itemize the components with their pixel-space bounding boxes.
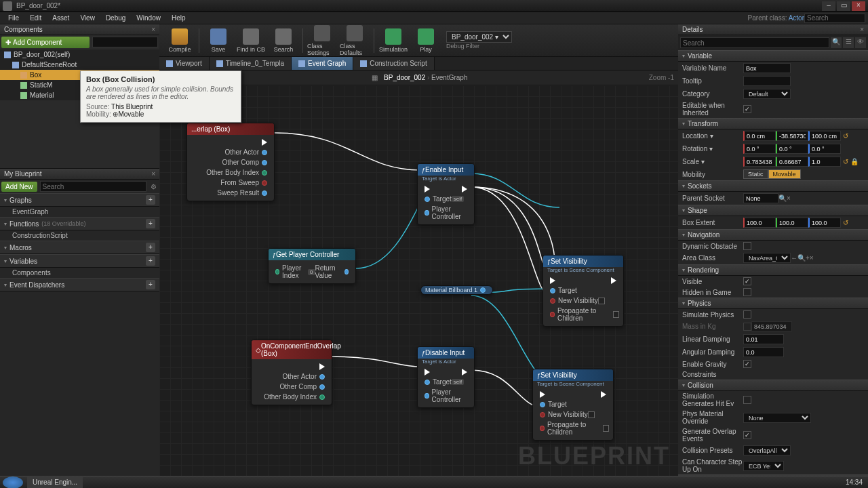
cat-macros[interactable]: Macros+ — [0, 241, 159, 254]
nav-clear-icon[interactable]: × — [810, 254, 814, 262]
scale-z[interactable] — [808, 157, 841, 167]
tab-construction[interactable]: Construction Script — [353, 57, 434, 70]
section-sockets[interactable]: Sockets — [678, 180, 868, 192]
reset-loc-icon[interactable]: ↺ — [843, 132, 848, 140]
menu-help[interactable]: Help — [166, 14, 191, 22]
item-eventgraph[interactable]: EventGraph — [0, 207, 159, 217]
search-options-icon[interactable]: ⚙ — [148, 183, 159, 190]
area-class-dropdown[interactable]: NavArea_Obstacle — [743, 253, 791, 263]
compile-button[interactable]: Compile — [163, 27, 196, 54]
tab-timeline[interactable]: Timeline_0_Templa — [210, 57, 292, 70]
checkbox-prop-1[interactable] — [613, 311, 619, 318]
add-variable-icon[interactable]: + — [146, 256, 155, 266]
cat-dispatchers[interactable]: Event Dispatchers+ — [0, 278, 159, 291]
rot-x[interactable] — [743, 144, 776, 154]
simgen-checkbox[interactable] — [743, 396, 751, 404]
class-settings-button[interactable]: Class Settings — [306, 24, 338, 58]
section-navigation[interactable]: Navigation — [678, 229, 868, 241]
node-enable-input[interactable]: ƒ Enable Input Target is Actor Target se… — [417, 163, 475, 225]
add-new-button[interactable]: Add New — [1, 182, 37, 192]
filter-icon[interactable]: ☰ — [843, 37, 854, 48]
reset-scale-icon[interactable]: ↺ — [843, 158, 848, 165]
menu-edit[interactable]: Edit — [24, 14, 47, 22]
ldamp-input[interactable] — [743, 334, 784, 344]
section-physics[interactable]: Physics — [678, 298, 868, 309]
checkbox-newvis-1[interactable] — [598, 298, 605, 304]
mobility-static[interactable]: Static — [743, 169, 768, 179]
tree-item-self[interactable]: BP_door_002(self) — [0, 49, 159, 60]
section-variable[interactable]: Variable — [678, 50, 868, 62]
scale-y[interactable] — [776, 157, 808, 167]
dynobs-checkbox[interactable] — [743, 242, 751, 250]
section-transform[interactable]: Transform — [678, 118, 868, 129]
parent-socket-input[interactable] — [743, 193, 778, 203]
visible-checkbox[interactable] — [743, 277, 751, 285]
loc-y[interactable] — [776, 131, 808, 141]
components-close-icon[interactable]: × — [151, 26, 155, 33]
mobility-movable[interactable]: Movable — [768, 169, 801, 179]
extent-z[interactable] — [808, 218, 841, 228]
stepup-dropdown[interactable]: ECB Yes — [743, 461, 784, 471]
node-material-billboard[interactable]: Material Billboard 1 — [420, 285, 493, 295]
genoverlap-checkbox[interactable] — [743, 431, 751, 439]
add-dispatcher-icon[interactable]: + — [146, 280, 155, 289]
hidden-checkbox[interactable] — [743, 288, 751, 296]
gravity-checkbox[interactable] — [743, 360, 751, 368]
checkbox-newvis-2[interactable] — [588, 411, 595, 418]
class-defaults-button[interactable]: Class Defaults — [338, 24, 371, 58]
add-component-button[interactable]: Add Component — [1, 37, 90, 48]
nav-search-icon[interactable]: 🔍 — [797, 254, 806, 262]
myblueprint-search[interactable] — [40, 181, 146, 192]
menu-view[interactable]: View — [75, 14, 100, 22]
socket-search-icon[interactable]: 🔍 — [778, 195, 787, 202]
item-components-var[interactable]: Components — [0, 268, 159, 278]
tooltip-input[interactable] — [743, 76, 791, 86]
tree-item-root[interactable]: DefaultSceneRoot — [0, 60, 159, 70]
rot-y[interactable] — [776, 144, 808, 154]
adamp-input[interactable] — [743, 347, 784, 357]
debug-object-dropdown[interactable]: BP_door_002 ▾ — [446, 31, 512, 43]
socket-clear-icon[interactable]: × — [787, 195, 791, 202]
tab-eventgraph[interactable]: Event Graph — [292, 57, 353, 70]
item-construction[interactable]: ConstructionScript — [0, 230, 159, 241]
node-disable-input[interactable]: ƒ Disable Input Target is Actor Target s… — [417, 346, 475, 408]
play-button[interactable]: Play — [410, 27, 442, 54]
cat-variables[interactable]: Variables+ — [0, 254, 159, 268]
findincb-button[interactable]: Find in CB — [235, 27, 267, 54]
tab-viewport[interactable]: Viewport — [159, 57, 210, 70]
simulation-button[interactable]: Simulation — [377, 27, 410, 54]
section-collision[interactable]: Collision — [678, 380, 868, 391]
cat-graphs[interactable]: Graphs+ — [0, 193, 159, 207]
eye-icon[interactable]: 👁 — [855, 37, 866, 48]
extent-y[interactable] — [776, 218, 808, 228]
close-button[interactable]: × — [852, 1, 865, 11]
loc-z[interactable] — [808, 131, 841, 141]
menu-debug[interactable]: Debug — [100, 14, 131, 22]
save-button[interactable]: Save — [202, 27, 235, 54]
simphysics-checkbox[interactable] — [743, 310, 751, 319]
scale-x[interactable] — [743, 157, 776, 167]
minimize-button[interactable]: – — [822, 1, 835, 11]
rot-z[interactable] — [808, 144, 841, 154]
maximize-button[interactable]: ▭ — [837, 1, 850, 11]
nav-back-asset-icon[interactable]: ← — [791, 254, 797, 262]
node-get-player-controller[interactable]: ƒ Get Player Controller Player Index 0Re… — [268, 248, 356, 284]
graph-list-icon[interactable]: ▦ — [372, 74, 378, 81]
components-search[interactable] — [92, 37, 158, 47]
myblueprint-close-icon[interactable]: × — [151, 170, 155, 178]
physmat-dropdown[interactable]: None — [743, 413, 811, 423]
loc-x[interactable] — [743, 131, 776, 141]
checkbox-prop-2[interactable] — [603, 425, 609, 432]
menu-asset[interactable]: Asset — [47, 14, 75, 22]
section-shape[interactable]: Shape — [678, 205, 868, 216]
start-button[interactable] — [3, 476, 23, 489]
add-function-icon[interactable]: + — [146, 219, 155, 228]
add-graph-icon[interactable]: + — [146, 195, 155, 205]
variable-name-input[interactable] — [743, 63, 791, 73]
taskbar-item-ue[interactable]: Unreal Engin... — [27, 477, 83, 488]
section-rendering[interactable]: Rendering — [678, 264, 868, 276]
node-end-overlap[interactable]: ◇ OnComponentEndOverlap (Box) Other Acto… — [251, 340, 332, 405]
header-search[interactable] — [804, 14, 865, 23]
mass-checkbox[interactable] — [743, 323, 751, 331]
search-icon[interactable]: 🔍 — [831, 37, 842, 48]
